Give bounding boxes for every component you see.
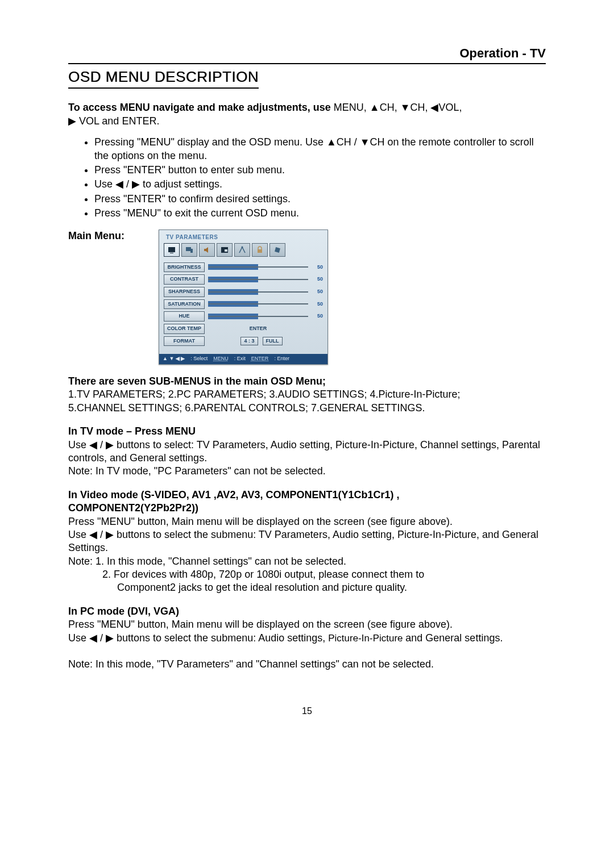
osd-hint-enter-label: : Enter xyxy=(274,356,289,362)
intro-bold: To access MENU navigate and make adjustm… xyxy=(68,102,334,113)
submenus-line2: 5.CHANNEL SETTINGS; 6.PARENTAL CONTROLS;… xyxy=(68,402,546,415)
osd-value: 50 xyxy=(312,301,323,308)
submenus-line1: 1.TV PARAMETERS; 2.PC PARAMETERS; 3.AUDI… xyxy=(68,388,546,401)
pc-mode-head: In PC mode (DVI, VGA) xyxy=(68,605,546,618)
osd-row-brightness: BRIGHTNESS 50 xyxy=(164,262,323,273)
pc-mode-p2c: and General settings. xyxy=(405,632,503,644)
osd-tab-icons xyxy=(164,243,323,257)
list-item: Press "MENU" to exit the current OSD men… xyxy=(94,207,546,220)
video-mode-head-line2: COMPONENT2(Y2Pb2Pr2)) xyxy=(68,502,198,514)
osd-title: TV PARAMETERS xyxy=(166,233,323,241)
osd-row-contrast: CONTRAST 50 xyxy=(164,274,323,285)
video-mode-head: In Video mode (S-VIDEO, AV1 ,AV2, AV3, C… xyxy=(68,489,546,515)
osd-slider xyxy=(208,301,308,307)
svg-rect-10 xyxy=(258,249,262,253)
svg-rect-6 xyxy=(225,249,227,252)
osd-tab-general-icon xyxy=(269,243,285,257)
osd-row-sharpness: SHARPNESS 50 xyxy=(164,287,323,297)
list-item: Pressing "MENU" display and the OSD menu… xyxy=(94,136,546,162)
svg-rect-11 xyxy=(275,247,280,253)
osd-hint-arrows: ▲ ▼ ◀ ▶ xyxy=(163,356,185,362)
page-number: 15 xyxy=(68,706,546,717)
video-mode-p2: Use ◀ / ▶ buttons to select the submenu:… xyxy=(68,528,546,555)
intro-rest2: ▶ VOL and ENTER. xyxy=(68,115,159,127)
video-mode-head-line1: In Video mode (S-VIDEO, AV1 ,AV2, AV3, C… xyxy=(68,489,399,500)
osd-label: HUE xyxy=(164,311,205,322)
osd-slider xyxy=(208,289,308,295)
pc-mode-p2a: Use ◀ / ▶ buttons to select the submenu:… xyxy=(68,632,328,644)
main-menu-label: Main Menu: xyxy=(68,229,125,243)
video-mode-p1: Press "MENU" button, Main menu will be d… xyxy=(68,515,546,528)
osd-tab-pip-icon xyxy=(217,243,233,257)
svg-marker-4 xyxy=(204,247,208,253)
osd-slider xyxy=(208,277,308,282)
osd-value: 50 xyxy=(312,313,323,320)
tv-mode-p1: Use ◀ / ▶ buttons to select: TV Paramete… xyxy=(68,439,546,465)
page-header-title: Operation - TV xyxy=(459,45,546,62)
intro-text: To access MENU navigate and make adjustm… xyxy=(68,101,546,128)
main-menu-row: Main Menu: TV PARAMETERS BRIGHTNESS 50 C… xyxy=(68,229,546,365)
osd-row-hue: HUE 50 xyxy=(164,311,323,322)
svg-rect-0 xyxy=(168,247,175,252)
pc-mode-p2: Use ◀ / ▶ buttons to select the submenu:… xyxy=(68,632,546,645)
osd-value: 50 xyxy=(312,276,323,283)
osd-row-format: FORMAT 4 : 3 FULL xyxy=(164,336,323,347)
video-mode-note2: 2. For devices with 480p, 720p or 1080i … xyxy=(102,568,546,581)
list-item: Press "ENTER" to confirm desired setting… xyxy=(94,193,546,206)
submenus-head: There are seven SUB-MENUS in the main OS… xyxy=(68,375,546,388)
svg-point-9 xyxy=(242,246,243,248)
list-item: Press "ENTER" button to enter sub menu. xyxy=(94,164,546,177)
pc-mode-note: Note: In this mode, "TV Parameters" and … xyxy=(68,658,546,671)
svg-rect-1 xyxy=(170,253,173,253)
instruction-list: Pressing "MENU" display and the OSD menu… xyxy=(94,136,546,220)
osd-hint-exit: : Exit xyxy=(234,356,246,362)
osd-hint-menu: MENU xyxy=(213,356,229,362)
svg-rect-2 xyxy=(186,247,191,251)
osd-label: COLOR TEMP xyxy=(164,324,205,334)
tv-mode-p2: Note: In TV mode, "PC Parameters" can no… xyxy=(68,465,546,478)
osd-hint-select: : Select xyxy=(190,356,208,362)
osd-slider xyxy=(208,264,308,270)
osd-tab-pc-icon xyxy=(181,243,197,257)
osd-label: SATURATION xyxy=(164,299,205,310)
osd-tab-audio-icon xyxy=(199,243,215,257)
osd-label: FORMAT xyxy=(164,336,205,347)
osd-hint-enter: ENTER xyxy=(251,356,269,362)
pc-mode-p1: Press "MENU" button, Main menu will be d… xyxy=(68,618,546,631)
video-mode-note1: Note: 1. In this mode, "Channel settings… xyxy=(68,555,546,568)
osd-row-saturation: SATURATION 50 xyxy=(164,299,323,310)
osd-tab-tv-icon xyxy=(164,243,180,257)
osd-tab-parental-icon xyxy=(252,243,268,257)
svg-line-7 xyxy=(239,247,242,253)
osd-format-option: FULL xyxy=(263,337,283,346)
osd-value: 50 xyxy=(312,264,323,271)
osd-label: SHARPNESS xyxy=(164,287,205,297)
osd-value: 50 xyxy=(312,289,323,295)
osd-slider xyxy=(208,314,308,319)
osd-tab-channel-icon xyxy=(234,243,250,257)
osd-figure: TV PARAMETERS BRIGHTNESS 50 CONTRAST 50 … xyxy=(159,229,328,365)
osd-row-color-temp: COLOR TEMP ENTER xyxy=(164,324,323,334)
header-bar: Operation - TV xyxy=(68,45,546,64)
osd-hint-bar: ▲ ▼ ◀ ▶ : Select MENU : Exit ENTER : Ent… xyxy=(159,354,327,364)
osd-label: BRIGHTNESS xyxy=(164,262,205,273)
osd-color-temp-value: ENTER xyxy=(205,326,312,332)
svg-line-8 xyxy=(242,247,245,253)
intro-rest1: MENU, ▲CH, ▼CH, ◀VOL, xyxy=(334,102,462,113)
pc-mode-p2b: Picture-In-Picture xyxy=(328,633,405,644)
svg-rect-3 xyxy=(190,249,193,253)
list-item: Use ◀ / ▶ to adjust settings. xyxy=(94,178,546,191)
osd-label: CONTRAST xyxy=(164,274,205,285)
osd-format-option: 4 : 3 xyxy=(240,337,258,346)
tv-mode-head: In TV mode – Press MENU xyxy=(68,425,546,438)
video-mode-note3: Component2 jacks to get the ideal resolu… xyxy=(117,581,546,594)
section-title: OSD MENU DESCRIPTION xyxy=(68,68,259,89)
